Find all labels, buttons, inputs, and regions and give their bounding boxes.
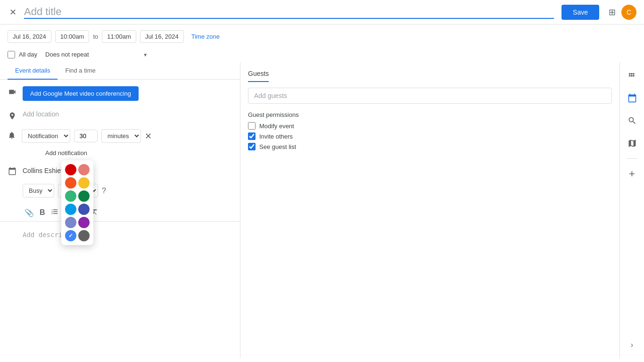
allday-checkbox[interactable] — [8, 51, 15, 58]
calendar-name: Collins Eshiet — [23, 167, 63, 174]
search-sidebar-icon-btn[interactable] — [623, 111, 642, 130]
status-select[interactable]: Busy Free — [23, 184, 54, 197]
calendar-icon — [8, 166, 17, 176]
notification-type-select[interactable]: Notification Email — [22, 129, 70, 143]
see-guest-list-label: See guest list — [259, 143, 296, 150]
notification-clear-button[interactable]: ✕ — [145, 131, 152, 141]
invite-others-label: Invite others — [259, 133, 293, 140]
tab-event-details[interactable]: Event details — [8, 62, 58, 80]
attachment-button[interactable]: 📎 — [23, 206, 36, 219]
ordered-list-button[interactable] — [49, 206, 60, 219]
color-flamingo[interactable] — [78, 164, 90, 175]
notification-unit-select[interactable]: minutes hours days weeks — [101, 129, 141, 143]
location-icon — [8, 111, 17, 121]
repeat-select[interactable]: Does not repeat Every day Every week on … — [41, 49, 149, 60]
color-calendar[interactable] — [65, 230, 76, 241]
color-peacock[interactable] — [65, 204, 76, 215]
guests-title: Guests — [248, 70, 269, 82]
meet-button[interactable]: Add Google Meet video conferencing — [23, 86, 139, 101]
map-sidebar-icon-btn[interactable] — [623, 134, 642, 153]
color-tangerine[interactable] — [65, 177, 76, 189]
user-avatar[interactable]: C — [621, 5, 636, 20]
notification-value-input[interactable] — [74, 130, 98, 142]
color-tomato[interactable] — [65, 164, 76, 175]
timezone-button[interactable]: Time zone — [191, 33, 220, 40]
bold-button[interactable]: B — [38, 206, 47, 219]
save-button[interactable]: Save — [561, 5, 599, 20]
video-icon — [8, 87, 17, 97]
color-banana[interactable] — [78, 177, 90, 189]
bell-icon — [8, 131, 16, 141]
guests-input[interactable] — [248, 88, 612, 104]
end-date-chip[interactable]: Jul 16, 2024 — [140, 30, 184, 43]
tab-find-time[interactable]: Find a time — [58, 62, 103, 80]
color-basil[interactable] — [78, 190, 90, 202]
title-input[interactable] — [24, 6, 554, 19]
color-grape[interactable] — [78, 217, 90, 228]
apps-icon-btn[interactable] — [623, 66, 642, 85]
sidebar-divider — [627, 158, 638, 159]
chevron-right-icon-btn[interactable]: › — [623, 336, 642, 354]
start-date-chip[interactable]: Jul 16, 2024 — [8, 30, 51, 43]
grid-icon-btn[interactable]: ⊞ — [607, 5, 618, 19]
close-button[interactable]: ✕ — [8, 5, 18, 19]
add-notification-button[interactable]: Add notification — [23, 148, 95, 158]
color-graphite[interactable] — [78, 230, 90, 241]
guest-permissions-title: Guest permissions — [248, 111, 612, 118]
plus-sidebar-icon-btn[interactable]: + — [623, 165, 642, 183]
location-input[interactable] — [23, 110, 232, 118]
calendar-sidebar-icon-btn[interactable] — [623, 89, 642, 107]
color-lavender[interactable] — [65, 217, 76, 228]
invite-others-checkbox[interactable] — [248, 132, 256, 140]
color-blueberry[interactable] — [78, 204, 90, 215]
see-guest-list-checkbox[interactable] — [248, 143, 256, 150]
to-label: to — [93, 33, 98, 40]
modify-event-label: Modify event — [259, 123, 294, 130]
modify-event-checkbox[interactable] — [248, 122, 256, 130]
end-time-chip[interactable]: 11:00am — [102, 30, 136, 43]
color-picker-popup — [61, 160, 93, 245]
allday-label: All day — [19, 51, 37, 58]
help-icon[interactable]: ? — [102, 187, 106, 195]
color-sage[interactable] — [65, 190, 76, 202]
description-textarea[interactable] — [0, 227, 240, 265]
start-time-chip[interactable]: 10:00am — [55, 30, 90, 43]
